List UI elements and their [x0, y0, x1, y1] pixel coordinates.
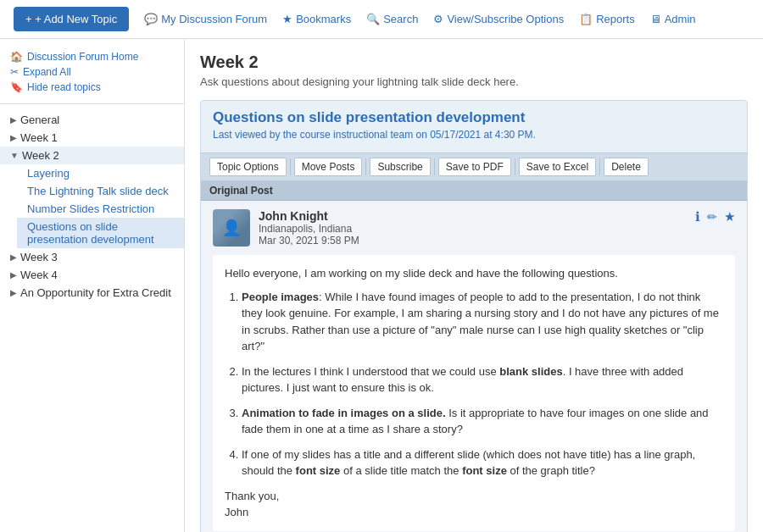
toolbar-separator	[515, 158, 515, 175]
expand-icon: ✂	[10, 66, 19, 78]
plus-icon: +	[25, 13, 32, 25]
author-location: Indianapolis, Indiana	[259, 223, 359, 235]
main-layout: 🏠 Discussion Forum Home ✂ Expand All 🔖 H…	[0, 39, 763, 532]
sidebar-item-hide-read-topics[interactable]: 🔖 Hide read topics	[10, 81, 174, 93]
toolbar-separator	[434, 158, 435, 175]
toolbar-separator	[365, 158, 366, 175]
author-name: John Knight	[259, 209, 359, 223]
chevron-icon: ▶	[10, 270, 17, 280]
delete-button[interactable]: Delete	[604, 158, 649, 176]
search-icon: 🔍	[366, 13, 380, 25]
sidebar-tree: ▶ General ▶ Week 1 ▼ Week 2 Layering The…	[0, 108, 184, 305]
admin-icon: 🖥	[650, 13, 661, 25]
sidebar-item-general[interactable]: ▶ General	[0, 111, 184, 129]
nav-admin[interactable]: 🖥 Admin	[650, 13, 696, 25]
nav-my-discussion-forum[interactable]: 💬 My Discussion Forum	[144, 13, 267, 25]
forum-icon: 💬	[144, 13, 158, 25]
move-posts-button[interactable]: Move Posts	[294, 158, 363, 176]
post-author-row: 👤 John Knight Indianapolis, Indiana Mar …	[213, 209, 735, 247]
edit-icon[interactable]	[707, 209, 717, 224]
save-pdf-button[interactable]: Save to PDF	[438, 158, 511, 176]
nav-view-subscribe-options[interactable]: ⚙ View/Subscribe Options	[433, 13, 564, 25]
post-content: Hello everyone, I am working on my slide…	[213, 255, 735, 531]
add-topic-label: + Add New Topic	[35, 13, 117, 25]
sidebar-item-lightning-talk[interactable]: The Lightning Talk slide deck	[17, 182, 184, 200]
sidebar-item-week4[interactable]: ▶ Week 4	[0, 266, 184, 284]
hide-icon: 🔖	[10, 81, 23, 93]
forum-toolbar: Topic Options Move Posts Subscribe Save …	[201, 152, 747, 181]
toolbar-separator	[290, 158, 291, 175]
settings-icon: ⚙	[433, 13, 443, 25]
sidebar-item-questions-slide[interactable]: Questions on slide presentation developm…	[17, 218, 184, 248]
alert-icon[interactable]	[695, 209, 700, 224]
chevron-icon: ▶	[10, 115, 17, 125]
list-item-bold: Animation to fade in images on a slide.	[242, 407, 446, 419]
list-item: Animation to fade in images on a slide. …	[242, 405, 723, 438]
top-nav: + + Add New Topic 💬 My Discussion Forum …	[0, 0, 763, 39]
list-item-bold: font size	[462, 464, 507, 477]
post-signoff: Thank you,	[225, 488, 723, 505]
bookmark-icon: ★	[282, 13, 292, 25]
nav-search[interactable]: 🔍 Search	[366, 13, 418, 25]
sidebar-item-week2[interactable]: ▼ Week 2	[0, 147, 184, 164]
original-post-label: Original Post	[201, 181, 747, 201]
forum-post-title: Questions on slide presentation developm…	[213, 109, 735, 126]
post-intro: Hello everyone, I am working on my slide…	[225, 265, 723, 282]
nav-bookmarks[interactable]: ★ Bookmarks	[282, 13, 351, 25]
nav-reports[interactable]: 📋 Reports	[579, 13, 635, 25]
sidebar-actions: 🏠 Discussion Forum Home ✂ Expand All 🔖 H…	[0, 47, 184, 100]
post-body: 👤 John Knight Indianapolis, Indiana Mar …	[201, 201, 747, 532]
home-icon: 🏠	[10, 51, 23, 63]
post-list: People images: While I have found images…	[225, 289, 723, 479]
chevron-icon: ▶	[10, 133, 17, 142]
star-icon[interactable]	[724, 209, 735, 224]
sidebar-item-discussion-forum-home[interactable]: 🏠 Discussion Forum Home	[10, 51, 174, 63]
page-subtitle: Ask questions about designing your light…	[200, 75, 748, 88]
list-item: In the lectures I think I understood tha…	[242, 363, 723, 396]
author-details: John Knight Indianapolis, Indiana Mar 30…	[259, 209, 359, 247]
chevron-down-icon: ▼	[10, 151, 19, 160]
list-item-bold: blank slides	[499, 365, 562, 378]
post-author-sign: John	[225, 504, 723, 521]
list-item-bold: People images	[242, 291, 319, 303]
toolbar-separator	[599, 158, 600, 175]
topic-options-button[interactable]: Topic Options	[209, 158, 287, 176]
sidebar: 🏠 Discussion Forum Home ✂ Expand All 🔖 H…	[0, 39, 185, 532]
chevron-icon: ▶	[10, 288, 17, 297]
post-actions	[695, 209, 735, 224]
sidebar-item-week3[interactable]: ▶ Week 3	[0, 248, 184, 266]
list-item-bold: font size	[296, 464, 341, 477]
author-date: Mar 30, 2021 9:58 PM	[259, 235, 359, 247]
sidebar-item-number-slides[interactable]: Number Slides Restriction	[17, 200, 184, 218]
forum-header: Questions on slide presentation developm…	[201, 101, 747, 152]
reports-icon: 📋	[579, 13, 593, 25]
add-new-topic-button[interactable]: + + Add New Topic	[14, 7, 129, 31]
list-item: If one of my slides has a title and a di…	[242, 446, 723, 479]
content-area: Week 2 Ask questions about designing you…	[185, 39, 763, 532]
forum-container: Questions on slide presentation developm…	[200, 100, 748, 532]
avatar-image: 👤	[213, 209, 250, 247]
save-excel-button[interactable]: Save to Excel	[519, 158, 596, 176]
list-item: People images: While I have found images…	[242, 289, 723, 355]
page-title: Week 2	[200, 53, 748, 72]
author-avatar: 👤	[213, 209, 250, 247]
sidebar-week2-children: Layering The Lightning Talk slide deck N…	[0, 164, 184, 248]
sidebar-item-week1[interactable]: ▶ Week 1	[0, 129, 184, 147]
sidebar-item-extra-credit[interactable]: ▶ An Opportunity for Extra Credit	[0, 284, 184, 302]
subscribe-button[interactable]: Subscribe	[370, 158, 430, 176]
chevron-icon: ▶	[10, 252, 17, 262]
post-author-info: 👤 John Knight Indianapolis, Indiana Mar …	[213, 209, 359, 247]
sidebar-item-layering[interactable]: Layering	[17, 164, 184, 182]
sidebar-item-expand-all[interactable]: ✂ Expand All	[10, 66, 174, 78]
forum-post-subtitle: Last viewed by the course instructional …	[213, 129, 735, 141]
